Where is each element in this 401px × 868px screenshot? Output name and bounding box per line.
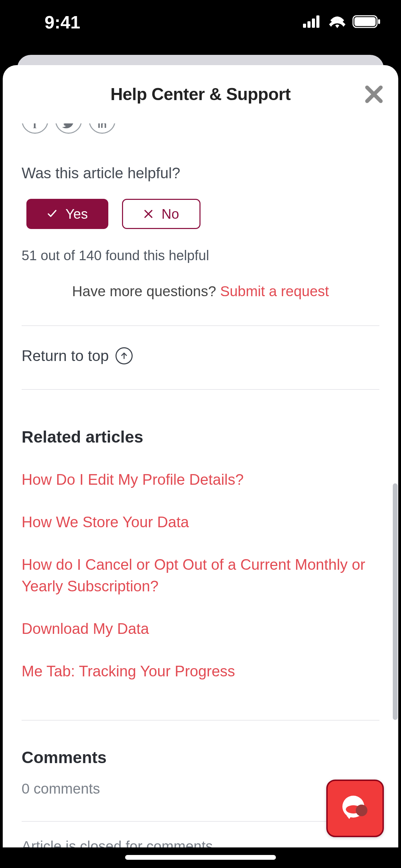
divider (22, 325, 379, 326)
help-sheet: Help Center & Support f in Was this arti… (3, 65, 398, 847)
related-link[interactable]: Download My Data (22, 618, 379, 640)
submit-request-link[interactable]: Submit a request (220, 283, 329, 299)
linkedin-icon: in (98, 123, 107, 130)
more-questions-prefix: Have more questions? (72, 283, 220, 299)
cellular-icon (303, 15, 322, 29)
more-questions: Have more questions? Submit a request (22, 283, 379, 300)
related-link[interactable]: How do I Cancel or Opt Out of a Current … (22, 554, 379, 598)
no-label: No (161, 206, 179, 222)
twitter-icon (62, 123, 75, 131)
sheet-body: f in Was this article helpful? Yes (3, 123, 398, 847)
comments-closed: Article is closed for comments. (22, 838, 379, 847)
yes-label: Yes (65, 206, 88, 222)
share-twitter[interactable] (55, 123, 82, 134)
yes-button[interactable]: Yes (26, 199, 108, 229)
svg-rect-3 (316, 15, 319, 28)
related-link[interactable]: How Do I Edit My Profile Details? (22, 469, 379, 491)
x-icon (144, 206, 153, 222)
share-linkedin[interactable]: in (89, 123, 116, 134)
divider (22, 720, 379, 721)
related-link[interactable]: Me Tab: Tracking Your Progress (22, 660, 379, 682)
divider (22, 389, 379, 390)
arrow-up-icon (116, 347, 133, 364)
related-heading: Related articles (22, 427, 379, 446)
close-button[interactable] (362, 82, 386, 106)
comments-count: 0 comments (22, 781, 379, 797)
svg-rect-2 (312, 19, 315, 28)
share-row: f in (22, 123, 379, 134)
comments-heading: Comments (22, 748, 379, 767)
svg-rect-0 (303, 24, 306, 28)
home-indicator[interactable] (125, 855, 276, 860)
helpful-buttons: Yes No (22, 199, 379, 229)
status-icons (303, 15, 380, 29)
status-time: 9:41 (45, 12, 80, 33)
scrollbar[interactable] (393, 483, 398, 720)
chat-button[interactable] (326, 780, 384, 837)
status-bar: 9:41 (0, 0, 401, 45)
sheet-header: Help Center & Support (3, 65, 398, 123)
wifi-icon (328, 15, 346, 29)
page-title: Help Center & Support (110, 84, 291, 104)
svg-rect-5 (354, 17, 376, 26)
chat-icon (340, 792, 370, 824)
helpful-stats: 51 out of 140 found this helpful (22, 248, 379, 263)
return-to-top[interactable]: Return to top (22, 347, 379, 364)
check-icon (47, 206, 57, 222)
return-top-label: Return to top (22, 347, 109, 364)
divider (22, 821, 379, 822)
helpful-question: Was this article helpful? (22, 165, 379, 182)
svg-rect-1 (307, 21, 311, 28)
svg-point-9 (356, 805, 367, 816)
battery-icon (352, 15, 380, 29)
share-facebook[interactable]: f (22, 123, 48, 134)
facebook-icon: f (33, 123, 37, 131)
related-list: How Do I Edit My Profile Details? How We… (22, 469, 379, 682)
related-link[interactable]: How We Store Your Data (22, 511, 379, 533)
no-button[interactable]: No (122, 199, 200, 229)
svg-rect-6 (378, 19, 380, 24)
close-icon (364, 85, 384, 104)
